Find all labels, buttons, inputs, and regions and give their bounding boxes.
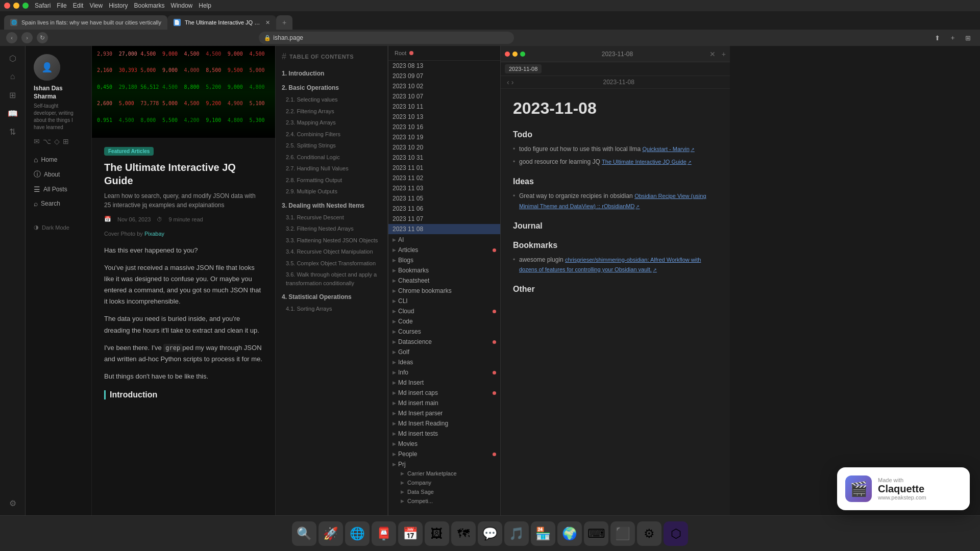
tree-date-item[interactable]: 2023 10 11 xyxy=(388,102,500,112)
ideas-link-1[interactable]: Obsidian Recipe View (using Minimal Them… xyxy=(519,193,706,209)
tree-section-item[interactable]: ▶Md Insert parser xyxy=(388,408,500,418)
dock-calendar[interactable]: 📅 xyxy=(398,521,423,546)
tree-section-item[interactable]: ▶Md Insert Reading xyxy=(388,418,500,428)
dock-photos[interactable]: 🖼 xyxy=(425,521,449,546)
tree-date-item[interactable]: 2023 11 02 xyxy=(388,173,500,183)
tree-section-item[interactable]: ▶Movies xyxy=(388,438,500,448)
author-linkedin-icon[interactable]: ⊞ xyxy=(63,137,69,145)
nav-home[interactable]: ⌂ Home xyxy=(34,154,83,166)
tree-date-item[interactable]: 2023 10 07 xyxy=(388,91,500,102)
menu-history[interactable]: History xyxy=(109,2,128,9)
toc-item[interactable]: 2.6. Conditional Logic xyxy=(276,152,387,163)
sidebar-icon-3[interactable]: ⊞ xyxy=(5,87,21,103)
toc-item[interactable]: 4. Statistical Operations xyxy=(276,291,387,303)
tree-date-item[interactable]: 2023 08 13 xyxy=(388,61,500,71)
dock-appstore[interactable]: 🏪 xyxy=(531,521,555,546)
tree-section-item[interactable]: ▶Prj xyxy=(388,459,500,469)
tree-section-item[interactable]: ▶People xyxy=(388,448,500,459)
tree-date-item[interactable]: 2023 10 16 xyxy=(388,122,500,132)
close-button[interactable] xyxy=(4,3,10,9)
tree-section-item[interactable]: ▶Md insert main xyxy=(388,397,500,408)
tree-section-item[interactable]: ▶Bookmarks xyxy=(388,265,500,275)
toc-item[interactable]: 2.3. Mapping Arrays xyxy=(276,117,387,129)
tree-section-item[interactable]: ▶Md insert caps xyxy=(388,387,500,397)
toc-item[interactable]: 2.7. Handling Null Values xyxy=(276,163,387,174)
dock-maps[interactable]: 🗺 xyxy=(451,521,476,546)
toc-item[interactable]: 3.6. Walk through object and apply a tra… xyxy=(276,269,387,289)
toc-item[interactable]: 2.2. Filtering Arrays xyxy=(276,106,387,117)
tree-prj-item[interactable]: ▶Company xyxy=(388,478,500,487)
tree-date-item[interactable]: 2023 11 05 xyxy=(388,193,500,204)
tree-date-item[interactable]: 2023 11 08 xyxy=(388,224,500,234)
tree-section-item[interactable]: ▶AI xyxy=(388,234,500,244)
dock-chrome[interactable]: 🌍 xyxy=(557,521,582,546)
back-button[interactable]: ‹ xyxy=(6,32,17,43)
tab2-close[interactable]: ✕ xyxy=(265,19,270,26)
toc-item[interactable]: 2.4. Combining Filters xyxy=(276,129,387,140)
tree-prj-item[interactable]: ▶Carrier Marketplace xyxy=(388,469,500,478)
dock-terminal[interactable]: ⬛ xyxy=(610,521,635,546)
menu-bookmarks[interactable]: Bookmarks xyxy=(134,2,165,9)
dock-music[interactable]: 🎵 xyxy=(504,521,529,546)
dock-launchpad[interactable]: 🚀 xyxy=(318,521,343,546)
address-bar[interactable]: 🔒 ishan.page xyxy=(259,32,514,44)
sidebar-toggle-icon[interactable]: ⊞ xyxy=(963,32,974,43)
tree-date-item[interactable]: 2023 11 01 xyxy=(388,163,500,173)
new-tab-button[interactable]: + xyxy=(276,15,292,30)
tree-section-item[interactable]: ▶Md Insert xyxy=(388,377,500,387)
dock-finder[interactable]: 🔍 xyxy=(292,521,316,546)
sidebar-icon-6[interactable]: ⚙ xyxy=(5,495,21,511)
dock-obsidian[interactable]: ⬡ xyxy=(664,521,688,546)
author-github-icon[interactable]: ⌥ xyxy=(43,137,51,145)
tree-section-item[interactable]: ▶Chrome bookmarks xyxy=(388,285,500,295)
toc-item[interactable]: 2.8. Formatting Output xyxy=(276,174,387,186)
browser-tab-2[interactable]: 📄 The Ultimate Interactive JQ Guide ✕ xyxy=(167,15,276,30)
obsidian-tab-active[interactable]: 2023-11-08 xyxy=(505,64,542,73)
menu-window[interactable]: Window xyxy=(171,2,193,9)
nav-search[interactable]: ⌕ Search xyxy=(34,197,83,210)
toc-item[interactable]: 2. Basic Operations xyxy=(276,82,387,94)
forward-button[interactable]: › xyxy=(21,32,33,43)
dock-settings[interactable]: ⚙ xyxy=(637,521,662,546)
tree-date-item[interactable]: 2023 10 19 xyxy=(388,132,500,142)
bookmarks-link-1[interactable]: chrisgrieser/shimmering-obsidian: Alfred… xyxy=(519,257,701,272)
menu-view[interactable]: View xyxy=(89,2,103,9)
nav-all-posts[interactable]: ☰ All Posts xyxy=(34,183,83,195)
tree-section-item[interactable]: ▶Code xyxy=(388,316,500,326)
tree-section-item[interactable]: ▶Golf xyxy=(388,346,500,357)
maximize-button[interactable] xyxy=(22,3,29,9)
cover-credit-link[interactable]: Pixabay xyxy=(144,231,164,237)
dock-vscode[interactable]: ⌨ xyxy=(584,521,608,546)
reload-button[interactable]: ↻ xyxy=(37,32,48,43)
toc-item[interactable]: 2.9. Multiple Outputs xyxy=(276,186,387,197)
author-twitter-icon[interactable]: ◇ xyxy=(54,137,60,145)
obsidian-close[interactable] xyxy=(505,52,510,57)
tree-date-item[interactable]: 2023 10 31 xyxy=(388,153,500,163)
tree-date-item[interactable]: 2023 11 06 xyxy=(388,204,500,214)
todo-link-2[interactable]: The Ultimate Interactive JQ Guide xyxy=(602,159,692,165)
tree-prj-item[interactable]: ▶Data Sage xyxy=(388,487,500,496)
tree-date-item[interactable]: 2023 10 02 xyxy=(388,81,500,91)
toc-item[interactable]: 2.5. Splitting Strings xyxy=(276,140,387,152)
tree-section-item[interactable]: ▶Cloud xyxy=(388,306,500,316)
window-controls[interactable] xyxy=(4,3,29,9)
tree-section-item[interactable]: ▶Blogs xyxy=(388,255,500,265)
todo-link-1[interactable]: Quickstart - Marvin xyxy=(642,146,694,152)
toc-item[interactable]: 3.2. Filtering Nested Arrays xyxy=(276,223,387,235)
toc-item[interactable]: 3.1. Recursive Descent xyxy=(276,212,387,223)
claquette-popup[interactable]: 🎬 Made with Claquette www.peakstep.com xyxy=(837,467,970,510)
tree-section-item[interactable]: ▶CLI xyxy=(388,295,500,306)
author-email-icon[interactable]: ✉ xyxy=(34,137,40,145)
tree-date-item[interactable]: 2023 10 20 xyxy=(388,142,500,153)
toc-item[interactable]: 2.1. Selecting values xyxy=(276,94,387,106)
tree-section-item[interactable]: ▶Articles xyxy=(388,244,500,255)
dock-messages[interactable]: 💬 xyxy=(478,521,502,546)
share-icon[interactable]: ⬆ xyxy=(932,32,943,43)
browser-tab-1[interactable]: 🌐 Spain lives in flats: why we have buil… xyxy=(4,15,167,30)
tree-section-item[interactable]: ▶Ideas xyxy=(388,357,500,367)
minimize-button[interactable] xyxy=(13,3,19,9)
tree-section-item[interactable]: ▶Cheatsheet xyxy=(388,275,500,285)
obsidian-back[interactable]: ‹ xyxy=(507,78,509,86)
tree-section-item[interactable]: ▶Courses xyxy=(388,326,500,336)
sidebar-icon-4[interactable]: 📖 xyxy=(5,105,21,121)
